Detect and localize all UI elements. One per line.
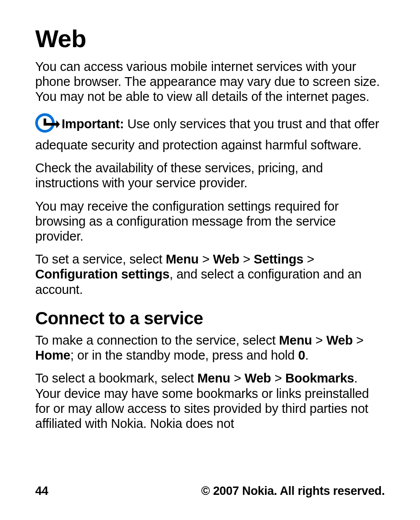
connect-paragraph: To make a connection to the service, sel…	[35, 333, 385, 363]
availability-paragraph: Check the availability of these services…	[35, 160, 385, 190]
copyright-text: © 2007 Nokia. All rights reserved.	[201, 484, 385, 498]
important-icon	[35, 112, 60, 137]
config-paragraph: You may receive the configuration settin…	[35, 199, 385, 244]
page-number: 44	[35, 484, 48, 498]
page-footer: 44 © 2007 Nokia. All rights reserved.	[35, 484, 385, 498]
important-label: Important:	[62, 117, 124, 131]
page-title: Web	[35, 24, 385, 53]
set-service-paragraph: To set a service, select Menu > Web > Se…	[35, 252, 385, 297]
intro-paragraph: You can access various mobile internet s…	[35, 59, 385, 104]
section-heading: Connect to a service	[35, 308, 385, 328]
bookmark-paragraph: To select a bookmark, select Menu > Web …	[35, 371, 385, 431]
important-note: Important: Use only services that you tr…	[35, 112, 385, 152]
